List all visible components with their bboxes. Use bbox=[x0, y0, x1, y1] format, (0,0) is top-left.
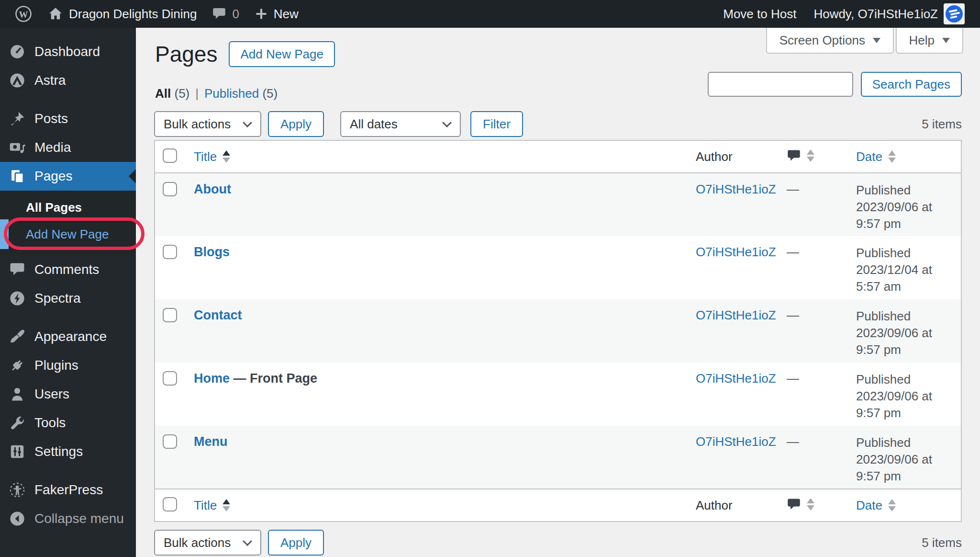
select-all-checkbox[interactable] bbox=[163, 148, 177, 163]
sidebar-item-appearance[interactable]: Appearance bbox=[0, 322, 136, 351]
wordpress-logo-icon: W bbox=[14, 5, 33, 23]
view-all-link[interactable]: All (5) bbox=[155, 86, 189, 101]
select-all-checkbox[interactable] bbox=[163, 497, 177, 512]
screen-options-button[interactable]: Screen Options bbox=[766, 28, 894, 54]
sidebar-label: Plugins bbox=[34, 358, 78, 373]
select-row-checkbox[interactable] bbox=[163, 371, 177, 386]
comments-value: — bbox=[787, 182, 799, 196]
apply-button[interactable]: Apply bbox=[268, 111, 324, 137]
sidebar-item-pages[interactable]: Pages bbox=[0, 162, 136, 191]
sort-by-date-link[interactable]: Date bbox=[856, 149, 896, 164]
apply-button[interactable]: Apply bbox=[268, 530, 324, 556]
sidebar-item-comments[interactable]: Comments bbox=[0, 255, 136, 284]
site-name-link[interactable]: Dragon Delights Dining bbox=[40, 0, 204, 28]
svg-text:W: W bbox=[19, 10, 28, 20]
table-body: About O7iHStHe1ioZ — Published2023/09/06… bbox=[155, 173, 961, 489]
sidebar-item-users[interactable]: Users bbox=[0, 380, 136, 409]
sidebar-label: Media bbox=[34, 140, 71, 155]
howdy-account-link[interactable]: Howdy, O7iHStHe1ioZ bbox=[805, 0, 973, 28]
sidebar-label: Astra bbox=[34, 73, 66, 88]
page-title-row: Pages Add New Page bbox=[155, 41, 335, 67]
page-title-suffix: — Front Page bbox=[230, 371, 317, 386]
sort-arrows-icon bbox=[807, 498, 814, 511]
view-published-count: (5) bbox=[262, 86, 278, 101]
author-link[interactable]: O7iHStHe1ioZ bbox=[696, 245, 776, 259]
tablenav-top: Bulk actions Apply All dates Filter 5 it… bbox=[154, 111, 962, 137]
date-cell: Published2023/09/06 at9:57 pm bbox=[856, 299, 961, 363]
sidebar-item-plugins[interactable]: Plugins bbox=[0, 351, 136, 380]
move-to-host-label: Move to Host bbox=[723, 7, 796, 22]
select-row-checkbox[interactable] bbox=[163, 308, 177, 322]
author-link[interactable]: O7iHStHe1ioZ bbox=[696, 434, 776, 449]
sort-arrows-icon bbox=[223, 499, 230, 512]
page-link[interactable]: About bbox=[194, 182, 231, 196]
sort-by-comments-link[interactable] bbox=[787, 498, 814, 511]
page-link[interactable]: Contact bbox=[194, 308, 242, 322]
table-row: About O7iHStHe1ioZ — Published2023/09/06… bbox=[155, 173, 961, 236]
sort-by-title-link[interactable]: Title bbox=[194, 498, 230, 513]
sidebar-label: Spectra bbox=[34, 291, 81, 306]
admin-bar-new[interactable]: New bbox=[247, 0, 306, 28]
items-count: 5 items bbox=[922, 535, 962, 550]
comments-value: — bbox=[787, 245, 799, 259]
brush-icon bbox=[9, 328, 26, 345]
select-row-checkbox[interactable] bbox=[163, 245, 177, 259]
sidebar-item-media[interactable]: Media bbox=[0, 133, 136, 162]
submenu-all-pages[interactable]: All Pages bbox=[0, 194, 136, 221]
sidebar-item-tools[interactable]: Tools bbox=[0, 409, 136, 437]
pages-table: Title Author Date bbox=[154, 140, 962, 522]
view-published-link[interactable]: Published (5) bbox=[204, 86, 278, 101]
comments-value: — bbox=[787, 434, 799, 449]
select-row-checkbox[interactable] bbox=[163, 434, 177, 449]
pages-icon bbox=[9, 168, 26, 185]
comment-bubble-icon bbox=[212, 7, 226, 21]
select-row-checkbox[interactable] bbox=[163, 182, 177, 196]
search-input[interactable] bbox=[708, 72, 853, 97]
help-button[interactable]: Help bbox=[896, 28, 963, 54]
sidebar-item-astra[interactable]: Astra bbox=[0, 66, 136, 95]
sidebar-item-dashboard[interactable]: Dashboard bbox=[0, 37, 136, 66]
author-link[interactable]: O7iHStHe1ioZ bbox=[696, 182, 776, 196]
table-header: Title Author Date bbox=[155, 140, 961, 173]
search-pages-button[interactable]: Search Pages bbox=[861, 72, 962, 97]
items-count: 5 items bbox=[922, 117, 962, 132]
table-row: Home — Front Page O7iHStHe1ioZ — Publish… bbox=[155, 363, 961, 426]
admin-bar-left: W Dragon Delights Dining 0 New bbox=[7, 0, 306, 28]
bulk-actions-select[interactable]: Bulk actions bbox=[154, 111, 261, 137]
dashboard-icon bbox=[9, 43, 26, 60]
title-column-label: Title bbox=[194, 149, 217, 164]
wordpress-logo[interactable]: W bbox=[7, 0, 40, 28]
admin-bar-comments[interactable]: 0 bbox=[204, 0, 246, 28]
submenu-add-new-page[interactable]: Add New Page bbox=[0, 227, 109, 242]
bulk-actions-select[interactable]: Bulk actions bbox=[154, 530, 261, 556]
wrench-icon bbox=[9, 414, 26, 432]
date-filter-select[interactable]: All dates bbox=[340, 111, 461, 137]
page-link[interactable]: Home bbox=[194, 371, 230, 386]
sort-by-title-link[interactable]: Title bbox=[194, 149, 230, 164]
sort-by-date-link[interactable]: Date bbox=[856, 498, 896, 513]
move-to-host-link[interactable]: Move to Host bbox=[714, 0, 805, 28]
avatar bbox=[944, 3, 965, 24]
sidebar-item-fakerpress[interactable]: FakerPress bbox=[0, 476, 136, 504]
filter-button[interactable]: Filter bbox=[470, 111, 523, 137]
add-new-page-button[interactable]: Add New Page bbox=[229, 41, 334, 67]
sidebar-label: Pages bbox=[34, 169, 72, 184]
view-published-label: Published bbox=[204, 86, 259, 101]
author-link[interactable]: O7iHStHe1ioZ bbox=[696, 308, 776, 322]
date-cell: Published2023/09/06 at9:57 pm bbox=[856, 173, 961, 236]
sort-by-comments-link[interactable] bbox=[787, 149, 814, 162]
author-link[interactable]: O7iHStHe1ioZ bbox=[696, 371, 776, 386]
page-link[interactable]: Menu bbox=[194, 434, 228, 449]
sidebar-item-posts[interactable]: Posts bbox=[0, 104, 136, 133]
site-name-label: Dragon Delights Dining bbox=[69, 7, 197, 22]
sidebar-item-spectra[interactable]: Spectra bbox=[0, 284, 136, 313]
sidebar-item-collapse-menu[interactable]: Collapse menu bbox=[0, 504, 136, 533]
table-row: Blogs O7iHStHe1ioZ — Published2023/12/04… bbox=[155, 236, 961, 299]
sidebar-item-settings[interactable]: Settings bbox=[0, 437, 136, 466]
sidebar-label: Appearance bbox=[34, 329, 107, 344]
wordpress-admin-pages-screen: W Dragon Delights Dining 0 New bbox=[0, 0, 980, 557]
search-area: Search Pages bbox=[708, 72, 962, 97]
page-link[interactable]: Blogs bbox=[194, 245, 230, 259]
title-column-label: Title bbox=[194, 498, 217, 513]
sidebar-label: FakerPress bbox=[34, 482, 103, 498]
